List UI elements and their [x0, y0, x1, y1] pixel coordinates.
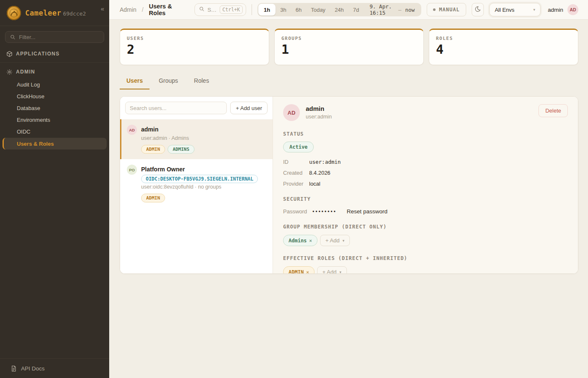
remove-group-icon[interactable]: ×: [309, 238, 312, 243]
user-row-admin[interactable]: AD admin user:admin · Admins ADMIN ADMIN…: [120, 119, 273, 159]
time-range-24h[interactable]: 24h: [330, 4, 349, 16]
add-user-button[interactable]: + Add user: [230, 102, 268, 114]
stat-card-groups: GROUPS 1: [274, 29, 424, 65]
delete-user-button[interactable]: Delete: [538, 104, 568, 117]
entity-tabs: Users Groups Roles: [120, 74, 578, 89]
breadcrumb-root[interactable]: Admin: [120, 6, 136, 13]
users-panel: + Add user AD admin user:admin · Admins …: [120, 96, 578, 274]
refresh-mode-button[interactable]: MANUAL: [427, 3, 466, 16]
security-section-title: SECURITY: [283, 196, 568, 202]
time-range-7d[interactable]: 7d: [349, 4, 364, 16]
admin-nav: Audit Log ClickHouse Database Environmen…: [0, 79, 109, 150]
section-admin[interactable]: ADMIN: [0, 63, 109, 79]
stat-value: 2: [127, 43, 262, 56]
sidebar-filter[interactable]: [5, 31, 104, 43]
remove-role-icon[interactable]: ×: [306, 270, 309, 274]
time-display[interactable]: 9. Apr. 16:15 — now: [364, 3, 420, 16]
kv-row-provider: Provider local: [283, 181, 568, 187]
detail-header: AD admin user:admin Delete: [283, 104, 568, 121]
tab-roles[interactable]: Roles: [187, 74, 216, 89]
sidebar-item-database[interactable]: Database: [0, 102, 109, 114]
oidc-issuer-badge: OIDC:DESKTOP-FB5VGJ9.SIEGELN.INTERNAL: [141, 175, 258, 183]
sidebar-header: Cameleer69dcce2 «: [0, 0, 109, 26]
global-search-placeholder: S…: [207, 7, 217, 13]
sidebar-collapse-icon[interactable]: «: [101, 5, 104, 12]
stat-value: 4: [436, 43, 571, 56]
main-area: Admin / Users & Roles S… Ctrl+K 1h 3h 6h…: [109, 0, 588, 378]
detail-user-id: user:admin: [306, 114, 332, 120]
search-icon: [199, 6, 205, 13]
brand-name: Cameleer: [25, 9, 61, 17]
refresh-mode-label: MANUAL: [439, 7, 459, 13]
user-row-body: admin user:admin · Admins ADMIN ADMINS: [141, 125, 194, 154]
theme-toggle-button[interactable]: [472, 3, 484, 16]
user-list-pane: + Add user AD admin user:admin · Admins …: [120, 97, 273, 273]
package-icon: [6, 50, 13, 57]
detail-identity: admin user:admin: [306, 104, 332, 120]
user-badges: ADMIN ADMINS: [141, 145, 194, 154]
add-role-label: + Add: [323, 269, 337, 274]
topbar: Admin / Users & Roles S… Ctrl+K 1h 3h 6h…: [109, 0, 588, 20]
app-root: Cameleer69dcce2 « APPLICATIONS ADMIN Aud…: [0, 0, 588, 378]
time-end: now: [405, 7, 415, 13]
password-dots: ••••••••: [312, 209, 337, 215]
avatar: AD: [127, 125, 137, 135]
search-shortcut-kbd: Ctrl+K: [220, 5, 243, 14]
current-user[interactable]: admin AD: [548, 4, 578, 15]
time-range-today[interactable]: Today: [306, 4, 330, 16]
role-badge: ADMIN: [141, 194, 165, 202]
moon-icon: [474, 6, 481, 14]
groups-section-title: GROUP MEMBERSHIP (DIRECT ONLY): [283, 224, 568, 230]
stat-card-roles: ROLES 4: [429, 29, 578, 65]
breadcrumb-current: Users & Roles: [149, 3, 186, 16]
time-range-6h[interactable]: 6h: [291, 4, 306, 16]
effective-roles-chips: ADMIN × + Add ▾: [283, 266, 568, 274]
section-admin-label: ADMIN: [16, 69, 35, 75]
api-docs-link[interactable]: API Docs: [0, 358, 109, 378]
api-docs-label: API Docs: [21, 365, 45, 372]
search-icon: [10, 34, 16, 40]
section-applications[interactable]: APPLICATIONS: [0, 45, 109, 60]
stat-card-users: USERS 2: [120, 29, 269, 65]
stat-cards: USERS 2 GROUPS 1 ROLES 4: [120, 29, 578, 65]
global-search[interactable]: S… Ctrl+K: [194, 3, 246, 16]
add-group-label: + Add: [326, 237, 340, 244]
search-users-input[interactable]: [125, 102, 227, 114]
environment-select-value: All Envs: [495, 7, 514, 13]
user-badges: ADMIN: [141, 194, 258, 202]
kv-value: user:admin: [309, 159, 341, 165]
avatar: PO: [127, 165, 137, 175]
role-chip-label: ADMIN: [289, 269, 304, 274]
reset-password-link[interactable]: Reset password: [347, 208, 388, 215]
time-range-1h[interactable]: 1h: [258, 4, 276, 16]
avatar[interactable]: AD: [567, 4, 578, 15]
sidebar-item-audit-log[interactable]: Audit Log: [0, 79, 109, 90]
user-detail-pane: AD admin user:admin Delete STATUS Active…: [273, 97, 578, 273]
add-role-button[interactable]: + Add ▾: [317, 266, 347, 274]
status-dot-icon: [433, 8, 436, 11]
build-id: 69dcce2: [63, 10, 86, 17]
sidebar-item-users-roles[interactable]: Users & Roles: [3, 138, 107, 150]
sidebar-item-environments[interactable]: Environments: [0, 114, 109, 126]
password-row: Password •••••••• Reset password: [283, 208, 568, 215]
status-section-title: STATUS: [283, 131, 568, 137]
tab-groups[interactable]: Groups: [152, 74, 185, 89]
cameleer-logo-icon: [7, 6, 21, 20]
chevron-down-icon: ▾: [533, 8, 536, 12]
topbar-divider: [252, 4, 252, 15]
sidebar-item-oidc[interactable]: OIDC: [0, 126, 109, 137]
gear-icon: [6, 68, 13, 75]
group-badge: ADMINS: [168, 145, 194, 154]
user-row-platform-owner[interactable]: PO Platform Owner OIDC:DESKTOP-FB5VGJ9.S…: [120, 159, 273, 208]
sidebar-item-clickhouse[interactable]: ClickHouse: [0, 90, 109, 102]
section-applications-label: APPLICATIONS: [16, 51, 60, 57]
environment-select[interactable]: All Envs ▾: [489, 3, 541, 16]
add-group-button[interactable]: + Add ▾: [320, 235, 350, 246]
sidebar-filter-input[interactable]: [19, 34, 100, 40]
time-start: 9. Apr. 16:15: [370, 3, 394, 16]
avatar: AD: [283, 104, 300, 121]
stat-label: ROLES: [436, 36, 571, 41]
time-range-3h[interactable]: 3h: [276, 4, 291, 16]
oidc-badge-wrap: OIDC:DESKTOP-FB5VGJ9.SIEGELN.INTERNAL: [141, 175, 258, 183]
tab-users[interactable]: Users: [120, 74, 150, 89]
